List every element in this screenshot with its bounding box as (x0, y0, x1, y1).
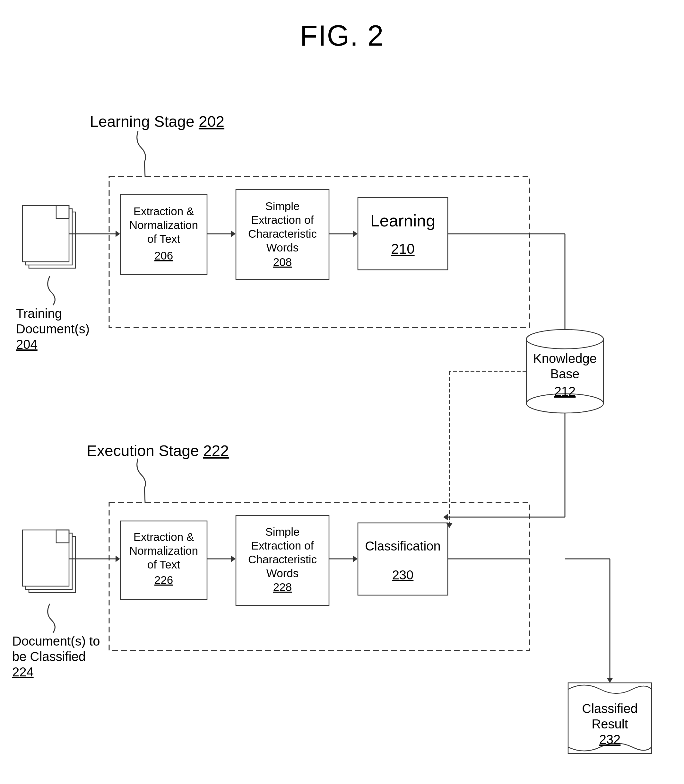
svg-text:Simple: Simple (265, 200, 300, 212)
svg-text:of Text: of Text (147, 233, 181, 245)
svg-text:226: 226 (154, 574, 173, 586)
svg-text:206: 206 (154, 249, 173, 262)
svg-text:230: 230 (392, 568, 414, 582)
learning-stage-label: Learning Stage 202 (90, 113, 224, 130)
execution-stage-label: Execution Stage 222 (87, 442, 229, 459)
svg-text:210: 210 (391, 241, 415, 257)
extraction-norm-206-text: Extraction & (134, 205, 194, 217)
svg-text:Simple: Simple (265, 525, 300, 538)
training-docs-label: Training (16, 306, 62, 320)
svg-text:212: 212 (554, 384, 576, 398)
svg-text:204: 204 (16, 337, 37, 351)
svg-marker-41 (231, 556, 236, 562)
svg-text:228: 228 (273, 581, 292, 593)
svg-text:of Text: of Text (147, 558, 181, 571)
svg-text:Result: Result (592, 717, 628, 731)
svg-point-24 (526, 330, 603, 349)
svg-marker-53 (443, 514, 448, 520)
svg-text:Normalization: Normalization (129, 545, 198, 557)
svg-text:Characteristic: Characteristic (248, 227, 317, 240)
svg-text:Characteristic: Characteristic (248, 553, 317, 566)
svg-marker-18 (353, 231, 358, 237)
svg-text:Normalization: Normalization (129, 219, 198, 231)
learning-210-box (358, 197, 448, 270)
svg-text:Classified: Classified (582, 702, 637, 716)
svg-text:Base: Base (550, 367, 579, 381)
svg-text:Learning: Learning (370, 211, 435, 230)
svg-text:Classification: Classification (365, 539, 441, 553)
classification-230-box (358, 523, 448, 595)
svg-text:Words: Words (266, 567, 299, 579)
svg-marker-35 (116, 556, 120, 562)
svg-text:Knowledge: Knowledge (533, 351, 597, 365)
svg-marker-11 (231, 231, 236, 237)
svg-text:Extraction of: Extraction of (251, 213, 314, 226)
svg-marker-60 (607, 678, 613, 683)
training-documents-icon (23, 205, 76, 268)
svg-text:Words: Words (266, 241, 299, 254)
svg-text:Document(s): Document(s) (16, 322, 90, 336)
svg-text:232: 232 (599, 732, 621, 747)
svg-marker-6 (116, 231, 120, 237)
svg-text:208: 208 (273, 255, 292, 268)
svg-text:Extraction of: Extraction of (251, 539, 314, 552)
svg-text:224: 224 (12, 665, 34, 679)
classify-documents-icon (23, 530, 76, 593)
svg-text:Extraction &: Extraction & (134, 530, 194, 543)
svg-marker-48 (353, 556, 358, 562)
classify-docs-label: Document(s) to (12, 634, 100, 648)
svg-text:be Classified: be Classified (12, 650, 86, 664)
